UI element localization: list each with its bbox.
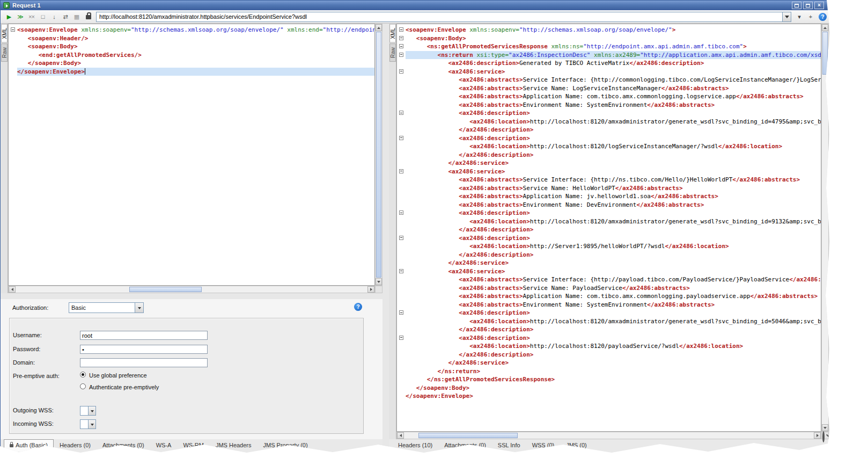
code-line[interactable]: </ns:getAllPromotedServicesResponse> (397, 375, 821, 384)
code-line[interactable]: </ax2486:service> (397, 359, 821, 367)
code-line[interactable]: <ax2486:abstracts>Environment Name: DevE… (397, 201, 821, 209)
code-line[interactable]: <ns:getAllPromotedServicesResponse xmlns… (397, 42, 821, 51)
scrollbar-thumb[interactable] (376, 32, 381, 278)
code-line[interactable]: <ax2486:description> (397, 334, 821, 343)
code-line[interactable]: <soapenv:Header/> (9, 34, 374, 43)
tab-attachments-0[interactable]: Attachments (0) (438, 439, 492, 452)
endpoint-menu-button[interactable]: ▾ (794, 12, 804, 21)
incoming-wss-select[interactable] (80, 419, 96, 429)
tab-ws-a[interactable]: WS-A (150, 439, 178, 452)
maximize-window-button[interactable] (803, 2, 813, 9)
code-line[interactable]: <ax2486:description> (397, 309, 821, 317)
code-line[interactable]: <ax2486:description> (397, 234, 821, 243)
endpoint-dropdown-button[interactable] (782, 12, 791, 21)
help-icon[interactable]: ? (819, 13, 827, 21)
response-horizontal-scrollbar[interactable] (396, 432, 821, 439)
code-line[interactable]: <ax2486:abstracts>Service Interface: {ht… (397, 275, 821, 284)
scroll-right-button[interactable] (367, 286, 374, 293)
authorization-dropdown-button[interactable] (135, 303, 143, 313)
cancel-request-button[interactable]: ×× (26, 12, 36, 21)
code-line[interactable]: <ax2486:service> (397, 267, 821, 276)
fold-toggle-icon[interactable] (399, 111, 403, 115)
expand-button[interactable]: + (805, 12, 815, 21)
code-line[interactable]: </ax2486:description> (397, 226, 821, 234)
code-line[interactable]: <ax2486:service> (397, 68, 821, 76)
code-line[interactable]: <soapenv:Body> (9, 42, 374, 51)
tab-ws-rm[interactable]: WS-RM (177, 439, 210, 452)
add-to-testcase-button[interactable]: ↓ (49, 12, 59, 21)
code-line[interactable]: <soapenv:Body> (397, 34, 821, 43)
code-line[interactable]: <ax2486:abstracts>Application Name: jv.h… (397, 192, 821, 201)
code-line[interactable]: <ax2486:location>http://localhost:8120/p… (397, 342, 821, 351)
tab-ssl-info[interactable]: SSL Info (492, 439, 526, 452)
tab-jms-0[interactable]: JMS (0) (560, 439, 593, 452)
code-line[interactable]: <ax2486:abstracts>Application Name: com.… (397, 92, 821, 101)
username-field[interactable] (80, 331, 208, 340)
fold-toggle-icon[interactable] (399, 310, 403, 315)
response-xml-viewer[interactable]: <soapenv:Envelope xmlns:soapenv="http://… (396, 24, 821, 432)
response-vertical-scrollbar[interactable] (821, 24, 829, 432)
request-tab-raw[interactable]: Raw (1, 43, 8, 62)
code-line[interactable]: <end:getAllPromotedServices/> (9, 51, 374, 60)
request-horizontal-scrollbar[interactable] (8, 286, 375, 293)
code-line[interactable]: <ax2486:service> (397, 168, 821, 176)
authorization-type-select[interactable]: Basic (69, 302, 144, 313)
code-line[interactable]: <ax2486:abstracts>Service Name: LogServi… (397, 84, 821, 93)
fold-toggle-icon[interactable] (11, 27, 15, 32)
fold-toggle-icon[interactable] (399, 53, 403, 57)
fold-toggle-icon[interactable] (399, 336, 403, 340)
response-corner-button[interactable] (821, 432, 829, 439)
request-xml-editor[interactable]: <soapenv:Envelope xmlns:soapenv="http://… (8, 24, 375, 286)
code-line[interactable]: </soapenv:Body> (397, 384, 821, 393)
scrollbar-thumb[interactable] (822, 32, 828, 75)
code-line[interactable]: <ax2486:abstracts>Service Interface: {ht… (397, 176, 821, 184)
code-line[interactable]: </soapenv:Envelope> (397, 392, 821, 401)
scrollbar-thumb[interactable] (129, 287, 202, 292)
code-line[interactable]: <ax2486:location>http://localhost:8120/a… (397, 118, 821, 126)
layout-grid-button[interactable]: ▦ (71, 12, 82, 21)
outgoing-wss-dropdown-button[interactable] (88, 406, 95, 415)
code-line[interactable]: </ax2486:service> (397, 259, 821, 267)
code-line[interactable]: </ax2486:description> (397, 351, 821, 359)
code-line[interactable]: <ax2486:description> (397, 209, 821, 217)
scroll-left-button[interactable] (397, 432, 404, 439)
fold-toggle-icon[interactable] (399, 44, 403, 48)
code-line[interactable]: <ax2486:abstracts>Service Interface: {ht… (397, 76, 821, 84)
response-tab-raw[interactable]: Raw (389, 43, 396, 62)
tab-jms-property-0[interactable]: JMS Property (0) (258, 439, 314, 452)
fold-toggle-icon[interactable] (399, 69, 403, 74)
code-line[interactable]: <ax2486:description> (397, 134, 821, 143)
response-tab-xml[interactable]: XML (389, 24, 396, 43)
fold-toggle-icon[interactable] (399, 269, 403, 273)
code-line[interactable]: </ax2486:description> (397, 325, 821, 334)
request-panel-splitter[interactable] (1, 293, 382, 299)
code-line[interactable]: <ax2486:abstracts>Service Name: HelloWor… (397, 184, 821, 193)
code-line[interactable]: <ax2486:location>http://localhost:8120/a… (397, 217, 821, 226)
code-line[interactable]: <ax2486:location>http://Server1:9895/hel… (397, 242, 821, 251)
code-line[interactable]: <ns:return xsi:type="ax2486:InspectionDe… (397, 51, 821, 60)
outgoing-wss-select[interactable] (80, 406, 96, 416)
radio-authenticate-preemptively-label[interactable]: Authenticate pre-emptively (89, 384, 159, 390)
code-line[interactable]: <ax2486:location>http://localhost:8120/a… (397, 317, 821, 326)
fold-toggle-icon[interactable] (399, 27, 403, 32)
code-line[interactable]: <ax2486:description>Generated by TIBCO A… (397, 59, 821, 68)
stop-button[interactable]: □ (38, 12, 48, 21)
scroll-down-button[interactable] (822, 424, 828, 431)
domain-field[interactable] (80, 358, 208, 367)
code-line[interactable]: </ax2486:description> (397, 251, 821, 259)
scroll-up-button[interactable] (822, 24, 828, 31)
submit-all-button[interactable]: ≫ (15, 12, 25, 21)
code-line[interactable]: </soapenv:Body> (9, 59, 374, 68)
radio-global-preference-label[interactable]: Use global preference (89, 372, 147, 379)
password-field[interactable] (80, 345, 208, 354)
submit-request-button[interactable]: ▶ (4, 12, 14, 21)
tab-wss-0[interactable]: WSS (0) (526, 439, 561, 452)
auth-help-icon[interactable]: ? (354, 303, 362, 311)
code-line[interactable]: <ax2486:abstracts>Application Name: com.… (397, 292, 821, 301)
tab-auth-basic[interactable]: Auth (Basic) (4, 439, 54, 452)
split-view-button[interactable]: ⇄ (60, 12, 70, 21)
radio-global-preference[interactable] (80, 372, 86, 377)
code-line[interactable]: </ax2486:service> (397, 159, 821, 168)
incoming-wss-dropdown-button[interactable] (88, 420, 95, 429)
code-line[interactable]: <ax2486:location>http://localhost:8120/l… (397, 142, 821, 151)
